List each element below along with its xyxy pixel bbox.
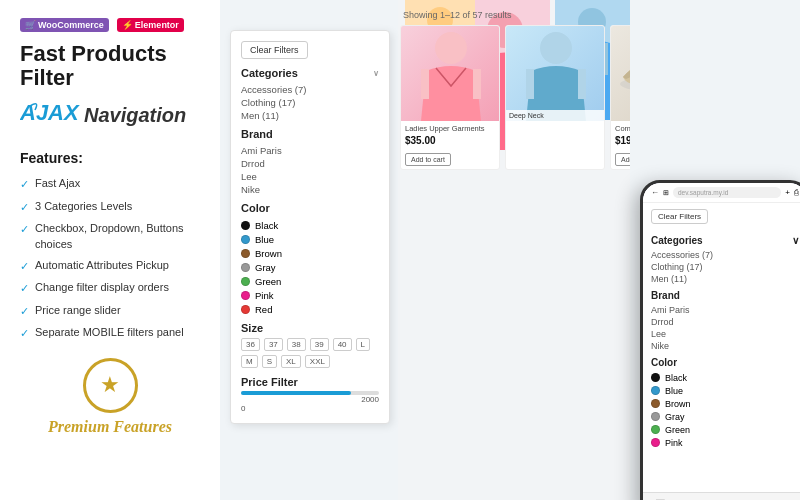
size-badge-l[interactable]: L [356, 338, 370, 351]
product-card-3: Comfortable Walk $19.00 Add to [610, 25, 630, 170]
check-icon-3: ✓ [20, 222, 29, 237]
svg-point-16 [540, 32, 572, 64]
size-badge-m[interactable]: M [241, 355, 258, 368]
feature-label-6: Price range slider [35, 303, 121, 318]
main-title: Fast Products Filter [20, 42, 200, 90]
size-badge-38[interactable]: 38 [287, 338, 306, 351]
brand-ami-paris[interactable]: Ami Paris [241, 144, 379, 157]
phone-color-title: Color [651, 357, 799, 368]
size-badge-37[interactable]: 37 [264, 338, 283, 351]
add-to-cart-btn-1[interactable]: Add to cart [405, 153, 451, 166]
phone-color-item-brown[interactable]: Brown [651, 397, 799, 410]
phone-cat-clothing[interactable]: Clothing (17) [651, 261, 799, 273]
add-to-cart-btn-3[interactable]: Add to [615, 153, 630, 166]
product-label-2: Deep Neck [506, 110, 604, 121]
phone-categories-title: Categories ∨ [651, 235, 799, 246]
phone-color-item-black[interactable]: Black [651, 371, 799, 384]
color-item-brown[interactable]: Brown [241, 246, 379, 260]
product-price-1: $35.00 [405, 135, 495, 146]
size-badge-s[interactable]: S [262, 355, 277, 368]
product-image-1 [401, 26, 499, 121]
feature-label-4: Automatic Attributes Pickup [35, 258, 169, 273]
product-grid: Ladies Upper Garments $35.00 Add to cart… [400, 25, 630, 170]
color-title: Color [241, 202, 379, 214]
product-info-2 [506, 121, 604, 129]
product-price-3: $19.00 [615, 135, 630, 146]
woocommerce-logo: 🛒 WooCommerce [20, 18, 109, 32]
size-badge-39[interactable]: 39 [310, 338, 329, 351]
size-badge-40[interactable]: 40 [333, 338, 352, 351]
phone-color-dot-gray [651, 412, 660, 421]
svg-rect-15 [473, 69, 481, 99]
woo-icon: 🛒 [25, 20, 36, 30]
price-value: 2000 [241, 395, 379, 404]
svg-rect-18 [578, 69, 586, 99]
product-info-1: Ladies Upper Garments $35.00 Add to cart [401, 121, 499, 169]
feature-checkbox: ✓ Checkbox, Dropdown, Buttons choices [20, 221, 200, 252]
product-person-1 [401, 26, 500, 121]
color-item-pink[interactable]: Pink [241, 288, 379, 302]
phone-color-item-green[interactable]: Green [651, 423, 799, 436]
feature-price-range: ✓ Price range slider [20, 303, 200, 319]
phone-mockup: ← ⊞ dev.saputra.my.id + ⎙ Clear Filters … [640, 180, 800, 500]
phone-clear-filters-button[interactable]: Clear Filters [651, 209, 708, 224]
premium-label: Premium Features [48, 418, 172, 436]
price-min-value: 0 [241, 404, 379, 413]
feature-display-order: ✓ Change filter display orders [20, 280, 200, 296]
size-badge-xxl[interactable]: XXL [305, 355, 330, 368]
phone-cat-accessories[interactable]: Accessories (7) [651, 249, 799, 261]
phone-brand-title: Brand [651, 290, 799, 301]
feature-fast-ajax: ✓ Fast Ajax [20, 176, 200, 192]
phone-brand-ami[interactable]: Ami Paris [651, 304, 799, 316]
phone-color-dot-pink [651, 438, 660, 447]
color-item-green[interactable]: Green [241, 274, 379, 288]
color-dot-green [241, 277, 250, 286]
feature-label-1: Fast Ajax [35, 176, 80, 191]
phone-brand-nike[interactable]: Nike [651, 340, 799, 352]
color-item-blue[interactable]: Blue [241, 232, 379, 246]
feature-label-5: Change filter display orders [35, 280, 169, 295]
check-icon-7: ✓ [20, 326, 29, 341]
color-item-red[interactable]: Red [241, 302, 379, 316]
woo-label: WooCommerce [38, 20, 104, 30]
phone-topbar: ← ⊞ dev.saputra.my.id + ⎙ [643, 183, 800, 203]
phone-color-item-blue[interactable]: Blue [651, 384, 799, 397]
brand-drrod[interactable]: Drrod [241, 157, 379, 170]
svg-point-13 [435, 32, 467, 64]
category-clothing[interactable]: Clothing (17) [241, 96, 379, 109]
feature-label-3: Checkbox, Dropdown, Buttons choices [35, 221, 200, 252]
color-item-black[interactable]: Black [241, 218, 379, 232]
clear-filters-button[interactable]: Clear Filters [241, 41, 308, 59]
phone-color-item-gray[interactable]: Gray [651, 410, 799, 423]
premium-badge: ★ [83, 358, 138, 413]
logos-row: 🛒 WooCommerce ⚡ Elementor [20, 18, 200, 32]
color-dot-red [241, 305, 250, 314]
elementor-icon: ⚡ [122, 20, 133, 30]
brand-nike[interactable]: Nike [241, 183, 379, 196]
phone-brand-lee[interactable]: Lee [651, 328, 799, 340]
product-card-1: Ladies Upper Garments $35.00 Add to cart [400, 25, 500, 170]
color-item-gray[interactable]: Gray [241, 260, 379, 274]
product-person-2 [506, 26, 605, 121]
size-badge-36[interactable]: 36 [241, 338, 260, 351]
phone-categories-chevron: ∨ [792, 235, 799, 246]
phone-brand-drrod[interactable]: Drrod [651, 316, 799, 328]
color-dot-black [241, 221, 250, 230]
brand-title: Brand [241, 128, 379, 140]
category-accessories[interactable]: Accessories (7) [241, 83, 379, 96]
phone-color-item-pink[interactable]: Pink [651, 436, 799, 449]
size-badge-xl[interactable]: XL [281, 355, 301, 368]
brand-lee[interactable]: Lee [241, 170, 379, 183]
left-panel: 🛒 WooCommerce ⚡ Elementor Fast Products … [0, 0, 220, 500]
phone-cat-men[interactable]: Men (11) [651, 273, 799, 285]
star-icon: ★ [100, 372, 120, 398]
phone-color-dot-brown [651, 399, 660, 408]
category-men[interactable]: Men (11) [241, 109, 379, 122]
check-icon-2: ✓ [20, 200, 29, 215]
categories-title: Categories ∨ [241, 67, 379, 79]
svg-rect-17 [526, 69, 534, 99]
feature-label-7: Separate MOBILE filters panel [35, 325, 184, 340]
shoe-svg [618, 49, 631, 99]
product-image-3 [611, 26, 630, 121]
product-image-2: Deep Neck [506, 26, 604, 121]
